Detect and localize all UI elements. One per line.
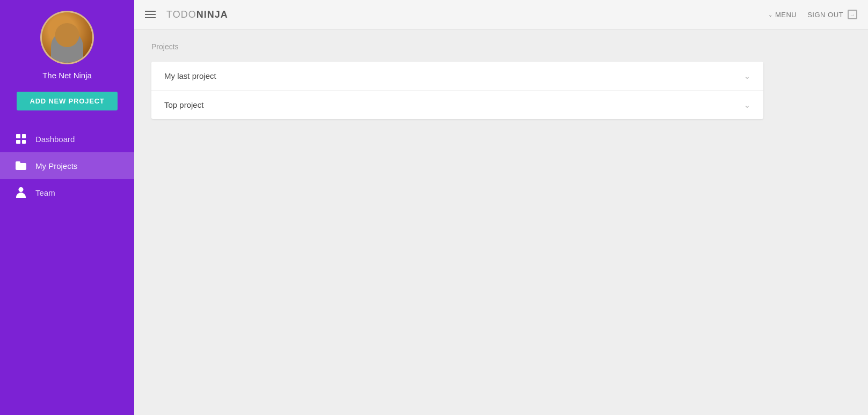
page-content: Projects My last project ⌄ Top project ⌄ xyxy=(134,29,868,415)
main-content: TODONINJA ⌄ MENU SIGN OUT → Projects My … xyxy=(134,0,868,415)
sign-out-label: SIGN OUT xyxy=(807,11,843,19)
app-title-prefix: TODO xyxy=(166,9,196,20)
menu-button[interactable]: ⌄ MENU xyxy=(768,11,797,19)
sidebar-item-team-label: Team xyxy=(35,188,55,197)
sign-out-icon: → xyxy=(848,10,857,19)
topbar-right: ⌄ MENU SIGN OUT → xyxy=(768,10,857,19)
sidebar-item-my-projects-label: My Projects xyxy=(35,161,77,171)
app-title-suffix: NINJA xyxy=(196,9,228,20)
hamburger-menu-button[interactable] xyxy=(145,11,156,18)
avatar xyxy=(40,11,94,64)
hamburger-line-3 xyxy=(145,17,156,18)
topbar: TODONINJA ⌄ MENU SIGN OUT → xyxy=(134,0,868,29)
dashboard-icon xyxy=(15,133,27,145)
chevron-expand-icon-2: ⌄ xyxy=(744,101,750,109)
sidebar-item-team[interactable]: Team xyxy=(0,179,134,206)
sidebar: The Net Ninja ADD NEW PROJECT Dashboard … xyxy=(0,0,134,415)
folder-icon xyxy=(15,160,27,172)
username: The Net Ninja xyxy=(42,71,92,80)
app-title: TODONINJA xyxy=(166,9,228,20)
sidebar-item-dashboard-label: Dashboard xyxy=(35,135,75,144)
avatar-image xyxy=(42,12,92,63)
project-item-2[interactable]: Top project ⌄ xyxy=(151,91,763,119)
project-name-2: Top project xyxy=(164,100,203,109)
person-icon xyxy=(15,187,27,198)
projects-list: My last project ⌄ Top project ⌄ xyxy=(151,62,763,119)
hamburger-line-1 xyxy=(145,11,156,12)
chevron-down-icon: ⌄ xyxy=(768,12,773,18)
add-new-project-button[interactable]: ADD NEW PROJECT xyxy=(17,92,117,110)
sign-out-button[interactable]: SIGN OUT → xyxy=(807,10,857,19)
hamburger-line-2 xyxy=(145,14,156,15)
sidebar-item-dashboard[interactable]: Dashboard xyxy=(0,125,134,152)
breadcrumb: Projects xyxy=(151,42,851,51)
chevron-expand-icon-1: ⌄ xyxy=(744,72,750,80)
menu-label: MENU xyxy=(775,11,797,19)
project-name-1: My last project xyxy=(164,71,216,80)
project-item-1[interactable]: My last project ⌄ xyxy=(151,62,763,91)
sidebar-item-my-projects[interactable]: My Projects xyxy=(0,152,134,179)
sidebar-nav: Dashboard My Projects Team xyxy=(0,125,134,206)
